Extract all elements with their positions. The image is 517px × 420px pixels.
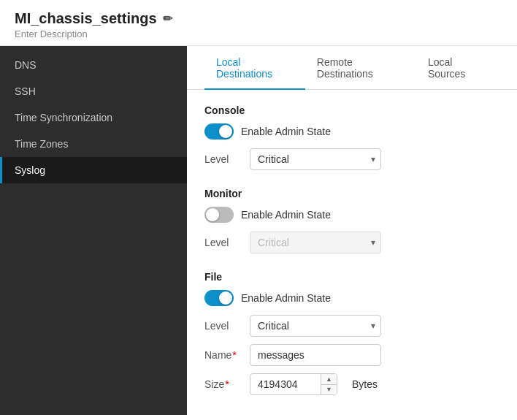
main-layout: DNS SSH Time Synchronization Time Zones …	[0, 46, 517, 415]
file-size-spinners: ▲ ▼	[321, 374, 337, 394]
page-header: MI_chassis_settings ✏ Enter Description	[0, 0, 517, 46]
monitor-toggle[interactable]	[204, 207, 234, 223]
monitor-level-row: Level Critical Error Warning Notice Info…	[204, 232, 499, 253]
monitor-toggle-knob	[206, 208, 219, 221]
monitor-section: Monitor Enable Admin State Level Critica…	[204, 188, 499, 253]
page-title: MI_chassis_settings	[15, 10, 157, 27]
monitor-section-title: Monitor	[204, 188, 499, 199]
console-level-row: Level Critical Error Warning Notice Info…	[204, 148, 499, 170]
sidebar-item-time-zones[interactable]: Time Zones	[0, 131, 187, 157]
sidebar-item-ssh[interactable]: SSH	[0, 78, 187, 104]
file-toggle-row: Enable Admin State	[204, 290, 499, 306]
file-size-increment-button[interactable]: ▲	[321, 374, 337, 385]
file-level-label: Level	[204, 320, 241, 332]
console-section: Console Enable Admin State Level Critica…	[204, 104, 499, 170]
page-title-row: MI_chassis_settings ✏	[15, 10, 502, 27]
main-content: Local Destinations Remote Destinations L…	[187, 46, 517, 415]
console-level-label: Level	[204, 153, 241, 165]
monitor-toggle-row: Enable Admin State	[204, 207, 499, 223]
console-section-title: Console	[204, 104, 499, 116]
file-toggle-label: Enable Admin State	[241, 292, 331, 304]
tab-bar: Local Destinations Remote Destinations L…	[187, 46, 517, 90]
file-level-select[interactable]: Critical Error Warning Notice Info Debug	[250, 315, 381, 337]
page-description[interactable]: Enter Description	[15, 28, 502, 39]
monitor-level-label: Level	[204, 237, 241, 248]
edit-title-icon[interactable]: ✏	[163, 12, 172, 26]
tab-local-sources[interactable]: Local Sources	[416, 46, 499, 90]
sidebar: DNS SSH Time Synchronization Time Zones …	[0, 46, 187, 415]
sidebar-item-time-sync[interactable]: Time Synchronization	[0, 104, 187, 131]
console-toggle-label: Enable Admin State	[241, 126, 331, 137]
file-section-title: File	[204, 271, 499, 283]
file-name-label: Name	[204, 349, 241, 361]
file-name-row: Name	[204, 344, 499, 366]
file-level-row: Level Critical Error Warning Notice Info…	[204, 315, 499, 337]
file-level-select-wrap: Critical Error Warning Notice Info Debug…	[250, 315, 381, 337]
file-size-decrement-button[interactable]: ▼	[321, 385, 337, 395]
file-section: File Enable Admin State Level Critical E…	[204, 271, 499, 395]
file-bytes-label: Bytes	[352, 378, 378, 390]
sidebar-item-syslog[interactable]: Syslog	[0, 157, 187, 183]
monitor-level-select[interactable]: Critical Error Warning Notice Info Debug	[250, 232, 381, 253]
file-size-label: Size	[204, 378, 241, 390]
tab-content: Console Enable Admin State Level Critica…	[187, 90, 517, 415]
console-level-select-wrap: Critical Error Warning Notice Info Debug…	[250, 148, 381, 170]
file-toggle-knob	[219, 291, 232, 305]
file-size-input-wrap: ▲ ▼	[250, 373, 337, 395]
file-toggle[interactable]	[204, 290, 234, 306]
monitor-toggle-label: Enable Admin State	[241, 209, 331, 221]
file-name-input[interactable]	[250, 344, 381, 366]
console-toggle-knob	[219, 125, 232, 138]
console-toggle[interactable]	[204, 123, 234, 140]
console-toggle-row: Enable Admin State	[204, 123, 499, 140]
tab-local-destinations[interactable]: Local Destinations	[204, 46, 305, 90]
console-level-select[interactable]: Critical Error Warning Notice Info Debug	[250, 148, 381, 170]
tab-remote-destinations[interactable]: Remote Destinations	[305, 46, 416, 90]
file-size-row: Size ▲ ▼ Bytes	[204, 373, 499, 395]
sidebar-item-dns[interactable]: DNS	[0, 52, 187, 78]
monitor-level-select-wrap: Critical Error Warning Notice Info Debug…	[250, 232, 381, 253]
